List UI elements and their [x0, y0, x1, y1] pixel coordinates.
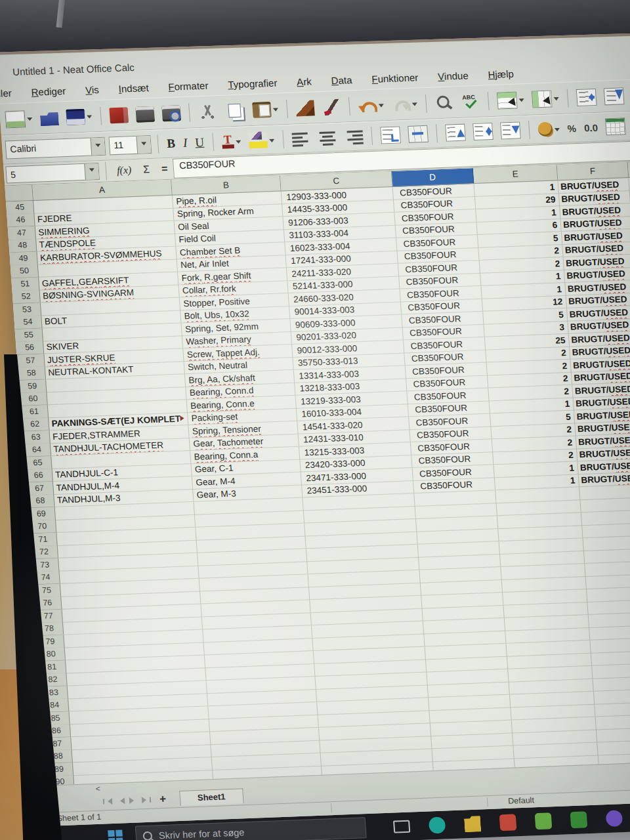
clear-formatting-button[interactable]: [318, 94, 345, 119]
row-header-65[interactable]: 65: [24, 456, 52, 471]
app-leo-icon[interactable]: [570, 811, 588, 828]
column-header-g[interactable]: [628, 160, 630, 178]
row-header-57[interactable]: 57: [16, 354, 45, 368]
new-document-button[interactable]: [1, 106, 36, 131]
paste-button[interactable]: [249, 97, 282, 122]
format-date-button[interactable]: [602, 114, 629, 138]
menu-funktioner[interactable]: Funktioner: [363, 69, 427, 87]
name-box[interactable]: 5: [5, 163, 100, 183]
sort-button[interactable]: [572, 85, 600, 109]
undo-button[interactable]: [354, 93, 388, 118]
insert-column-button[interactable]: [528, 87, 562, 112]
row-header-50[interactable]: 50: [10, 264, 39, 279]
first-sheet-icon[interactable]: [104, 798, 113, 805]
row-header-55[interactable]: 55: [15, 328, 43, 343]
sort-descending-button[interactable]: [600, 84, 627, 108]
tray-monitor-icon[interactable]: [393, 820, 410, 833]
center-vertically-button[interactable]: [469, 119, 497, 144]
tab-sheet1[interactable]: Sheet1: [179, 789, 243, 807]
redo-button[interactable]: [388, 92, 421, 117]
row-header-52[interactable]: 52: [12, 290, 41, 304]
clone-formatting-button[interactable]: [292, 96, 318, 120]
cell-f84[interactable]: [593, 676, 630, 692]
align-top-button[interactable]: [442, 121, 469, 145]
menu-typografier[interactable]: Typografier: [219, 75, 286, 93]
row-header-59[interactable]: 59: [18, 379, 47, 394]
previous-sheet-icon[interactable]: [117, 797, 125, 804]
font-size-combo[interactable]: 11: [108, 135, 152, 155]
cell-f89[interactable]: [597, 740, 630, 755]
select-all-corner[interactable]: [5, 185, 33, 202]
row-header-51[interactable]: 51: [11, 277, 39, 291]
row-header-58[interactable]: 58: [18, 367, 46, 381]
cell-f82[interactable]: [591, 650, 630, 666]
save-button[interactable]: [62, 104, 96, 129]
app-green-icon[interactable]: [535, 812, 553, 830]
menu-indst[interactable]: Indsæt: [110, 79, 158, 96]
cell-f81[interactable]: [590, 637, 630, 653]
wrap-text-button[interactable]: [377, 123, 404, 147]
row-header-64[interactable]: 64: [23, 443, 51, 457]
align-center-button[interactable]: [314, 125, 341, 150]
merge-cells-button[interactable]: [404, 122, 432, 146]
format-currency-button[interactable]: [534, 117, 563, 142]
row-header-66[interactable]: 66: [25, 469, 53, 483]
app-purple-icon[interactable]: [606, 810, 623, 827]
last-sheet-icon[interactable]: [142, 797, 150, 803]
row-header-56[interactable]: 56: [16, 341, 44, 356]
app-toolbox-icon[interactable]: [499, 814, 517, 831]
row-header-49[interactable]: 49: [9, 251, 37, 266]
italic-button[interactable]: I: [179, 131, 192, 156]
align-bottom-button[interactable]: [496, 118, 524, 142]
export-pdf-button[interactable]: [106, 103, 132, 127]
find-replace-button[interactable]: [431, 91, 457, 115]
menu-hjlp[interactable]: Hjælp: [479, 66, 523, 82]
folder-icon[interactable]: [464, 815, 482, 832]
sum-button[interactable]: Σ: [137, 163, 156, 176]
menu-ark[interactable]: Ark: [287, 74, 320, 90]
cell-f87[interactable]: [596, 714, 630, 730]
row-header-60[interactable]: 60: [19, 392, 47, 406]
cell-f80[interactable]: [589, 625, 630, 640]
equals-button[interactable]: =: [155, 163, 174, 175]
row-header-62[interactable]: 62: [21, 417, 49, 432]
menu-formater[interactable]: Formater: [159, 77, 217, 94]
row-header-47[interactable]: 47: [8, 226, 36, 240]
cell-f85[interactable]: [594, 688, 630, 704]
next-sheet-icon[interactable]: [129, 797, 138, 803]
font-color-button[interactable]: T: [218, 129, 245, 154]
cell-f88[interactable]: [597, 727, 630, 743]
row-header-48[interactable]: 48: [9, 239, 37, 253]
function-wizard-button[interactable]: f(x): [110, 164, 137, 177]
cell-f78[interactable]: [587, 599, 630, 615]
sort-ascending-button[interactable]: [627, 83, 630, 107]
add-sheet-button[interactable]: +: [159, 793, 166, 806]
underline-button[interactable]: U: [191, 131, 208, 155]
row-header-45[interactable]: 45: [6, 201, 34, 215]
row-header-54[interactable]: 54: [14, 316, 42, 330]
menu-filer[interactable]: Filer: [0, 85, 20, 101]
menu-vindue[interactable]: Vindue: [429, 68, 477, 85]
print-preview-button[interactable]: [158, 101, 184, 125]
font-size-dropdown[interactable]: [136, 136, 151, 154]
highlight-color-button[interactable]: [245, 128, 278, 153]
row-header-63[interactable]: 63: [22, 430, 51, 445]
cell-f79[interactable]: [589, 612, 630, 627]
bold-button[interactable]: B: [163, 132, 179, 156]
scroll-left-button[interactable]: <: [95, 786, 100, 792]
row-header-53[interactable]: 53: [13, 303, 41, 317]
font-name-combo[interactable]: Calibri: [5, 137, 106, 159]
cut-button[interactable]: [194, 100, 220, 124]
copy-button[interactable]: [220, 98, 249, 123]
open-button[interactable]: [36, 106, 62, 130]
format-number-button[interactable]: 0.0: [580, 116, 602, 140]
align-right-button[interactable]: [341, 125, 367, 149]
print-button[interactable]: [132, 102, 158, 126]
font-name-dropdown[interactable]: [91, 138, 106, 156]
name-box-dropdown[interactable]: [84, 163, 99, 180]
align-left-button[interactable]: [288, 127, 314, 151]
spelling-button[interactable]: ABC: [457, 89, 484, 114]
cell-f86[interactable]: [595, 702, 630, 717]
start-button[interactable]: [108, 830, 123, 840]
menu-rediger[interactable]: Rediger: [22, 83, 75, 100]
